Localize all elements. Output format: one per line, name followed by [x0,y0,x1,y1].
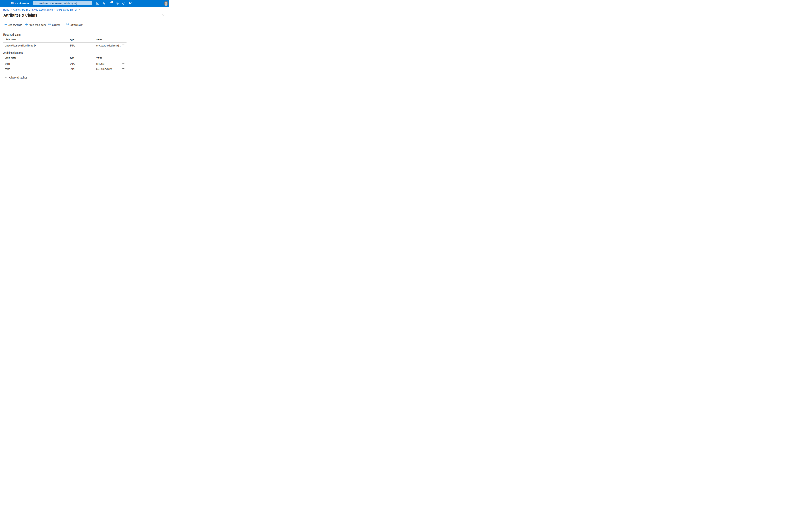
svg-text:?: ? [123,2,124,4]
